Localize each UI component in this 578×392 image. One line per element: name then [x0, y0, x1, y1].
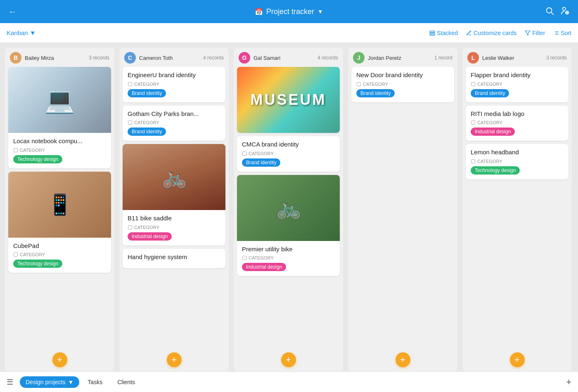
card-title: RITI media lab logo	[471, 110, 564, 118]
customize-button[interactable]: Customize cards	[466, 30, 516, 36]
card[interactable]: Flapper brand identity CATEGORYBrand ide…	[466, 67, 569, 102]
card-body: CMCA brand identity CATEGORYBrand identi…	[237, 136, 340, 172]
column-records: 3 records	[89, 55, 109, 61]
tab-clients[interactable]: Clients	[111, 376, 142, 388]
card-category-label: CATEGORY	[13, 148, 106, 153]
card-image: 💻	[8, 67, 111, 133]
category-badge: Brand identity	[128, 89, 166, 97]
category-badge: Industrial design	[128, 232, 172, 241]
category-badge: Industrial design	[471, 128, 515, 136]
svg-rect-6	[430, 31, 435, 32]
column-leslie: LLeslie Walker3 recordsFlapper brand ide…	[462, 48, 572, 371]
tab-tasks[interactable]: Tasks	[81, 376, 109, 388]
card-category-label: CATEGORY	[242, 151, 335, 156]
category-badge: Technology design	[471, 166, 520, 175]
add-card-button[interactable]: +	[396, 352, 410, 367]
column-user-name: Jordan Peretz	[368, 55, 401, 61]
category-badge: Industrial design	[242, 263, 286, 271]
card-title: CubePad	[13, 242, 106, 250]
card-body: Flapper brand identity CATEGORYBrand ide…	[466, 67, 569, 102]
cards-container: EngineerU brand identity CATEGORYBrand i…	[119, 67, 229, 349]
card-image: 🚲	[123, 144, 225, 210]
card-category-label: CATEGORY	[128, 82, 220, 87]
profile-button[interactable]	[561, 6, 570, 17]
avatar: L	[467, 52, 479, 64]
card-title: Hand hygiene system	[128, 253, 220, 261]
title-chevron[interactable]: ▼	[317, 8, 323, 15]
column-records: 3 records	[546, 55, 567, 61]
card[interactable]: 🚲B11 bike saddle CATEGORYIndustrial desi…	[123, 144, 225, 246]
card-body: RITI media lab logo CATEGORYIndustrial d…	[466, 106, 569, 141]
card[interactable]: RITI media lab logo CATEGORYIndustrial d…	[466, 106, 569, 141]
card-body: Gotham City Parks bran... CATEGORYBrand …	[123, 106, 225, 141]
svg-rect-8	[430, 34, 435, 35]
avatar: B	[10, 52, 21, 64]
top-nav: ← 📅 Project tracker ▼	[0, 0, 578, 23]
column-records: 4 records	[203, 55, 224, 61]
avatar: C	[124, 52, 136, 64]
card-category-label: CATEGORY	[13, 252, 106, 257]
card-body: Lemon headband CATEGORYTechnology design	[466, 144, 569, 179]
category-badge: Technology design	[13, 260, 62, 268]
column-user-name: Gal Samari	[253, 55, 280, 61]
column-header: CCameron Toth4 records	[119, 48, 229, 67]
svg-rect-24	[471, 82, 475, 86]
view-chevron: ▼	[30, 29, 36, 36]
svg-rect-25	[471, 121, 475, 125]
category-badge: Technology design	[13, 155, 62, 163]
card-category-label: CATEGORY	[471, 159, 564, 164]
add-card-button[interactable]: +	[510, 352, 525, 367]
card[interactable]: Hand hygiene system	[123, 249, 225, 269]
card[interactable]: MUSEUM	[237, 67, 340, 133]
card[interactable]: EngineerU brand identity CATEGORYBrand i…	[123, 67, 225, 102]
menu-button[interactable]: ☰	[7, 378, 13, 387]
card[interactable]: CMCA brand identity CATEGORYBrand identi…	[237, 136, 340, 172]
cards-container: Flapper brand identity CATEGORYBrand ide…	[462, 67, 572, 349]
card-title: New Door brand identity	[356, 71, 449, 79]
card-body: Locax notebook compu... CATEGORYTechnolo…	[8, 133, 111, 168]
card-body: Premier utility bike CATEGORYIndustrial …	[237, 241, 340, 276]
svg-rect-7	[430, 32, 435, 33]
card-title: CMCA brand identity	[242, 140, 335, 149]
add-tab-button[interactable]: +	[566, 377, 571, 387]
svg-line-1	[551, 12, 553, 14]
sort-button[interactable]: Sort	[553, 30, 571, 36]
svg-rect-18	[128, 82, 132, 86]
card-title: Lemon headband	[471, 148, 564, 156]
stacked-button[interactable]: Stacked	[429, 30, 458, 36]
card[interactable]: New Door brand identity CATEGORYBrand id…	[351, 67, 454, 102]
card-image: 🚲	[237, 175, 340, 241]
back-button[interactable]: ←	[8, 7, 17, 17]
view-selector[interactable]: Kanban ▼	[7, 29, 36, 36]
app-icon: 📅	[255, 8, 263, 16]
add-card-button[interactable]: +	[52, 352, 67, 367]
card-body: New Door brand identity CATEGORYBrand id…	[351, 67, 454, 102]
column-records: 4 records	[317, 55, 338, 61]
card-image: MUSEUM	[237, 67, 340, 133]
category-badge: Brand identity	[242, 158, 280, 167]
card[interactable]: 🚲Premier utility bike CATEGORYIndustrial…	[237, 175, 340, 276]
svg-rect-22	[243, 256, 246, 260]
card[interactable]: Gotham City Parks bran... CATEGORYBrand …	[123, 106, 225, 141]
view-label: Kanban	[7, 29, 28, 36]
column-records: 1 record	[434, 55, 452, 61]
card[interactable]: Lemon headband CATEGORYTechnology design	[466, 144, 569, 179]
add-card-button[interactable]: +	[281, 352, 296, 367]
tab-design-projects[interactable]: Design projects ▼	[20, 376, 79, 388]
filter-button[interactable]: Filter	[525, 30, 545, 36]
cards-container: 💻Locax notebook compu... CATEGORYTechnol…	[5, 67, 114, 349]
sub-nav: Kanban ▼ Stacked Customize cards Filter …	[0, 23, 578, 43]
column-gal: GGal Samari4 recordsMUSEUMCMCA brand ide…	[234, 48, 343, 371]
add-card-button[interactable]: +	[167, 352, 182, 367]
card-title: Premier utility bike	[242, 245, 335, 253]
card[interactable]: 📱CubePad CATEGORYTechnology design	[8, 172, 111, 273]
card-title: B11 bike saddle	[128, 214, 220, 222]
card-body: B11 bike saddle CATEGORYIndustrial desig…	[123, 210, 225, 246]
column-user-name: Bailey Mirza	[25, 55, 54, 61]
card-title: Flapper brand identity	[471, 71, 564, 79]
column-header: BBailey Mirza3 records	[5, 48, 114, 67]
card[interactable]: 💻Locax notebook compu... CATEGORYTechnol…	[8, 67, 111, 168]
svg-rect-19	[128, 121, 132, 125]
search-button[interactable]	[545, 6, 554, 17]
card-category-label: CATEGORY	[471, 120, 564, 125]
